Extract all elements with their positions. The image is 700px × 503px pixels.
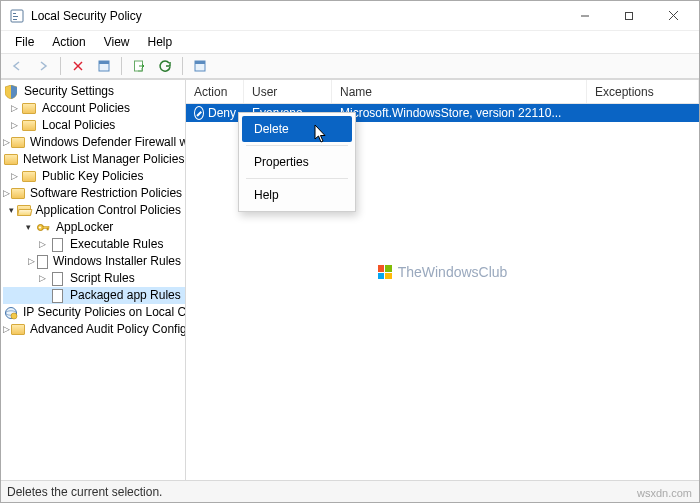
ipsec-icon — [4, 306, 18, 320]
svg-rect-5 — [626, 12, 633, 19]
list-pane: Action User Name Exceptions Deny Everyon… — [186, 80, 699, 480]
svg-rect-1 — [13, 13, 16, 14]
back-button — [5, 55, 29, 77]
tree-packaged[interactable]: Packaged app Rules — [3, 287, 185, 304]
tree-account[interactable]: ▷Account Policies — [3, 100, 185, 117]
statusbar: Deletes the current selection. — [1, 480, 699, 502]
key-icon — [35, 221, 51, 235]
doc-icon — [49, 238, 65, 252]
cursor-icon — [314, 124, 332, 144]
tree-acp[interactable]: ▾Application Control Policies — [3, 202, 185, 219]
window-title: Local Security Policy — [31, 9, 563, 23]
app-icon — [9, 8, 25, 24]
svg-rect-18 — [47, 228, 49, 230]
col-user[interactable]: User — [244, 80, 332, 103]
brand-watermark: TheWindowsClub — [186, 264, 699, 280]
menubar: File Action View Help — [1, 31, 699, 53]
export-button[interactable] — [127, 55, 151, 77]
tree-local[interactable]: ▷Local Policies — [3, 117, 185, 134]
col-exceptions[interactable]: Exceptions — [587, 80, 699, 103]
tree-applocker[interactable]: ▾AppLocker — [3, 219, 185, 236]
tree-script[interactable]: ▷Script Rules — [3, 270, 185, 287]
svg-rect-14 — [195, 61, 205, 64]
properties-button[interactable] — [92, 55, 116, 77]
tree-exec[interactable]: ▷Executable Rules — [3, 236, 185, 253]
ctx-properties[interactable]: Properties — [242, 149, 352, 175]
svg-rect-3 — [13, 19, 17, 20]
minimize-button[interactable] — [563, 2, 607, 30]
source-watermark: wsxdn.com — [637, 487, 692, 499]
tree-nlmp[interactable]: Network List Manager Policies — [3, 151, 185, 168]
tree-wdf[interactable]: ▷Windows Defender Firewall wit — [3, 134, 185, 151]
menu-view[interactable]: View — [96, 33, 138, 51]
tree-pkp[interactable]: ▷Public Key Policies — [3, 168, 185, 185]
svg-point-21 — [11, 313, 17, 319]
svg-rect-2 — [13, 16, 18, 17]
doc-icon — [49, 289, 65, 303]
col-name[interactable]: Name — [332, 80, 587, 103]
delete-button[interactable] — [66, 55, 90, 77]
col-action[interactable]: Action — [186, 80, 244, 103]
windows-logo-icon — [378, 265, 392, 279]
menu-action[interactable]: Action — [44, 33, 93, 51]
tree-srp[interactable]: ▷Software Restriction Policies — [3, 185, 185, 202]
svg-rect-11 — [99, 61, 109, 64]
tree-root[interactable]: Security Settings — [3, 83, 185, 100]
help-button[interactable] — [188, 55, 212, 77]
svg-point-16 — [39, 227, 41, 229]
ctx-delete[interactable]: Delete — [242, 116, 352, 142]
menu-file[interactable]: File — [7, 33, 42, 51]
tree-aapc[interactable]: ▷Advanced Audit Policy Config — [3, 321, 185, 338]
close-button[interactable] — [651, 2, 695, 30]
shield-icon — [3, 85, 19, 99]
tree-ipsec[interactable]: IP Security Policies on Local Co — [3, 304, 185, 321]
refresh-button[interactable] — [153, 55, 177, 77]
doc-icon — [49, 272, 65, 286]
tree-wi[interactable]: ▷Windows Installer Rules — [3, 253, 185, 270]
ctx-help[interactable]: Help — [242, 182, 352, 208]
list-header[interactable]: Action User Name Exceptions — [186, 80, 699, 104]
tree-pane[interactable]: Security Settings ▷Account Policies ▷Loc… — [1, 80, 186, 480]
toolbar — [1, 53, 699, 79]
context-menu: Delete Properties Help — [238, 112, 356, 212]
maximize-button[interactable] — [607, 2, 651, 30]
forward-button — [31, 55, 55, 77]
menu-help[interactable]: Help — [140, 33, 181, 51]
doc-icon — [36, 255, 48, 269]
deny-icon — [194, 106, 204, 120]
